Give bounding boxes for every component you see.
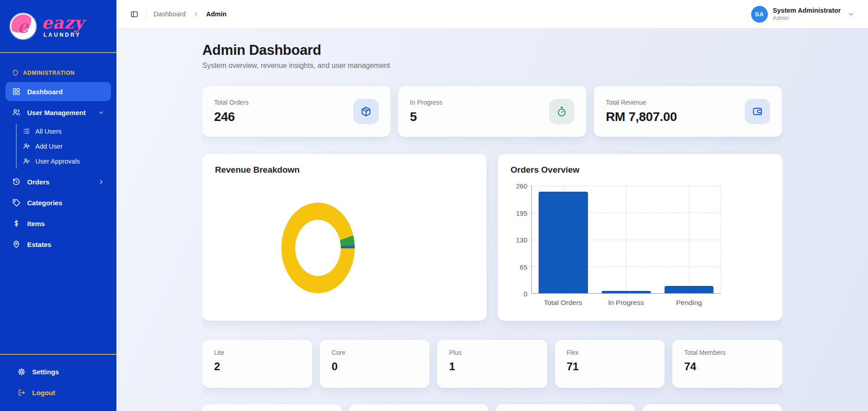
chart-title: Orders Overview (511, 165, 770, 175)
map-pin-icon (12, 240, 21, 249)
mini-card-lite: Lite 2 (203, 340, 312, 388)
brand-logo[interactable]: e eazy LAUNDRY (0, 0, 116, 53)
sidebar-item-orders[interactable]: Orders (5, 172, 111, 191)
gridline (689, 186, 690, 295)
history-icon (12, 177, 21, 186)
x-axis-labels: Total Orders In Progress Pending (531, 299, 721, 307)
y-tick-label: 0 (524, 290, 527, 298)
tag-icon (12, 198, 21, 207)
page-subtitle: System overview, revenue insights, and u… (203, 62, 782, 70)
brand-monogram-icon: e (10, 13, 36, 39)
sidebar-item-label: Dashboard (27, 88, 63, 96)
gridline (530, 186, 721, 186)
user-management-sublist: All Users Add User User Approvals (16, 124, 111, 169)
sub-item-label: All Users (35, 128, 62, 135)
stat-card-total-orders: Total Orders 246 (203, 86, 391, 137)
chevron-down-icon (848, 11, 854, 18)
user-plus-icon (23, 142, 30, 150)
sidebar-item-add-user[interactable]: Add User (23, 139, 111, 154)
section-administration: ADMINISTRATION (0, 69, 116, 77)
mini-value: 0 (332, 360, 418, 373)
stat-label: In Progress (410, 99, 443, 106)
bottom-row: Lite 2 Core 0 Plus 1 Flex 71 Total Membe… (203, 340, 782, 388)
partial-row (203, 404, 782, 411)
revenue-donut (281, 203, 355, 293)
users-icon (12, 108, 21, 117)
sidebar-item-items[interactable]: Items (5, 214, 111, 233)
sidebar-item-label: Estates (27, 241, 51, 248)
stopwatch-icon (549, 99, 574, 124)
user-name: System Administrator (773, 6, 841, 15)
stat-card-in-progress: In Progress 5 (398, 86, 586, 137)
panel-toggle-icon[interactable] (128, 8, 140, 20)
stat-value: RM 7,807.00 (606, 110, 677, 124)
mini-label: Plus (449, 349, 535, 356)
sidebar-item-all-users[interactable]: All Users (23, 124, 111, 139)
mini-card-plus: Plus 1 (437, 340, 547, 388)
gear-icon (17, 367, 26, 376)
page-title: Admin Dashboard (203, 42, 782, 58)
mini-label: Core (332, 349, 418, 356)
chart-title: Revenue Breakdown (215, 165, 474, 175)
partial-card (349, 404, 488, 411)
main-area: Dashboard Admin SA System Administrator … (116, 0, 868, 411)
mini-card-core: Core 0 (320, 340, 429, 388)
brand-script: eazy (42, 15, 84, 31)
section-label: ADMINISTRATION (23, 70, 75, 76)
y-tick-label: 195 (516, 209, 527, 217)
gridline (721, 186, 721, 295)
sidebar-item-label: Logout (32, 389, 55, 396)
stat-value: 5 (410, 110, 443, 124)
sidebar-item-label: Items (27, 220, 45, 227)
list-icon (23, 127, 30, 135)
sidebar-item-dashboard[interactable]: Dashboard (5, 82, 111, 101)
partial-card (496, 404, 635, 411)
sidebar-item-logout[interactable]: Logout (11, 383, 106, 402)
orders-overview-card: Orders Overview 260 195 130 65 0 (498, 154, 782, 321)
x-tick-label: In Progress (594, 299, 657, 307)
brand-name: eazy LAUNDRY (42, 15, 84, 38)
chevron-down-icon (98, 109, 105, 116)
topbar-divider (146, 9, 146, 19)
user-menu[interactable]: SA System Administrator Admin (751, 6, 854, 23)
sidebar-item-user-management[interactable]: User Management (5, 103, 111, 122)
brand-sub: LAUNDRY (42, 32, 84, 38)
sidebar-item-user-approvals[interactable]: User Approvals (23, 154, 111, 169)
user-role: Admin (773, 15, 841, 22)
breadcrumb: Dashboard Admin (154, 10, 227, 18)
sidebar-item-label: User Management (27, 109, 86, 116)
breadcrumb-parent[interactable]: Dashboard (154, 10, 186, 18)
bar (602, 291, 651, 293)
chevron-right-icon (98, 179, 105, 185)
shield-icon (12, 69, 19, 77)
sidebar-footer: Settings Logout (0, 354, 116, 411)
sidebar: e eazy LAUNDRY ADMINISTRATION Dashboard … (0, 0, 116, 411)
sidebar-item-estates[interactable]: Estates (5, 235, 111, 254)
stat-value: 246 (214, 110, 249, 124)
mini-value: 2 (214, 360, 300, 373)
mini-value: 1 (449, 360, 535, 373)
mini-label: Lite (214, 349, 300, 356)
package-icon (353, 99, 379, 124)
logout-icon (17, 388, 26, 397)
bar (539, 192, 588, 293)
revenue-breakdown-card: Revenue Breakdown (203, 154, 487, 321)
sidebar-nav: ADMINISTRATION Dashboard User Management… (0, 53, 116, 354)
bar-chart: 260 195 130 65 0 (511, 186, 721, 294)
grid-icon (12, 87, 21, 96)
mini-value: 71 (567, 360, 653, 373)
stat-label: Total Orders (214, 99, 249, 106)
sub-item-label: User Approvals (35, 158, 80, 165)
sidebar-item-settings[interactable]: Settings (11, 362, 106, 381)
sidebar-item-categories[interactable]: Categories (5, 193, 111, 212)
partial-card (643, 404, 782, 411)
wallet-icon (745, 99, 770, 124)
mini-value: 74 (684, 360, 770, 373)
stat-card-total-revenue: Total Revenue RM 7,807.00 (594, 86, 782, 137)
content: Admin Dashboard System overview, revenue… (203, 29, 782, 411)
dollar-icon (12, 219, 21, 228)
breadcrumb-separator-icon (193, 11, 199, 17)
y-tick-label: 130 (516, 236, 527, 244)
avatar: SA (751, 6, 768, 23)
stats-row: Total Orders 246 In Progress 5 Total R (203, 86, 782, 137)
